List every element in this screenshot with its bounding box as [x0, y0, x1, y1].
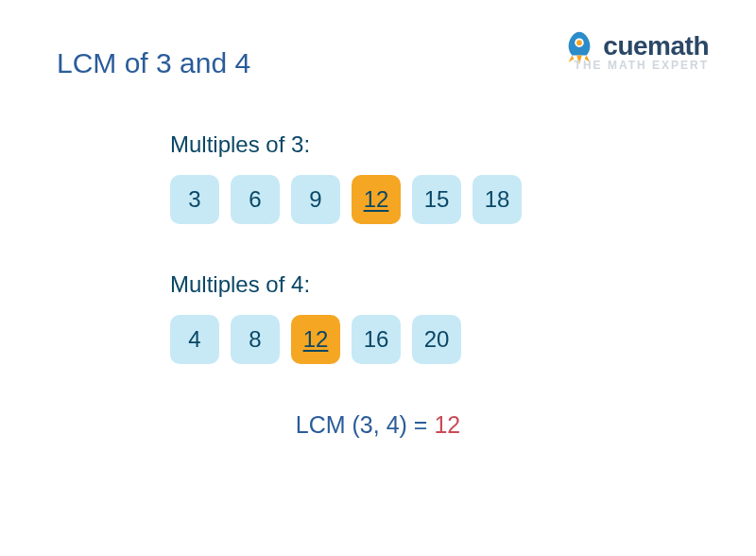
- multiple-chip: 15: [412, 175, 461, 224]
- multiple-chip-highlight: 12: [291, 315, 340, 364]
- multiple-chip: 8: [231, 315, 280, 364]
- result-answer: 12: [434, 411, 460, 438]
- multiples-of-4-label: Multiples of 4:: [170, 271, 699, 298]
- multiples-of-3-row: 369121518: [170, 175, 699, 224]
- logo-subtext: THE MATH EXPERT: [575, 59, 709, 72]
- multiple-chip: 3: [170, 175, 219, 224]
- multiples-of-3-label: Multiples of 3:: [170, 131, 699, 158]
- logo-text: cuemath: [603, 31, 709, 61]
- multiple-chip: 6: [231, 175, 280, 224]
- svg-point-1: [576, 40, 582, 45]
- multiple-chip: 18: [472, 175, 522, 224]
- content-area: Multiples of 3: 369121518 Multiples of 4…: [170, 131, 699, 364]
- multiple-chip: 20: [412, 315, 461, 364]
- result-line: LCM (3, 4) = 12: [57, 411, 699, 439]
- multiple-chip-highlight: 12: [352, 175, 401, 224]
- multiples-of-4-row: 48121620: [170, 315, 699, 364]
- multiple-chip: 9: [291, 175, 340, 224]
- result-prefix: LCM (3, 4) =: [296, 411, 435, 438]
- multiple-chip: 4: [170, 315, 219, 364]
- multiple-chip: 16: [352, 315, 401, 364]
